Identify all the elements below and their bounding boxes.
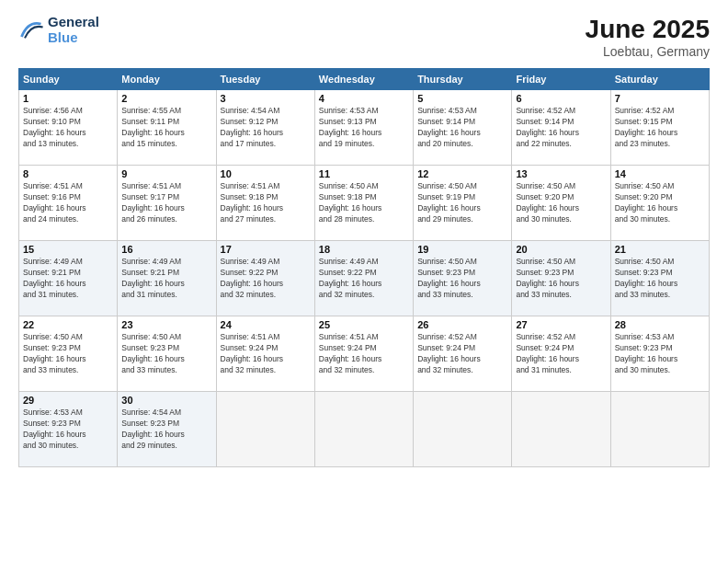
day-27: 27Sunrise: 4:52 AMSunset: 9:24 PMDayligh…	[512, 316, 610, 392]
day-28: 28Sunrise: 4:53 AMSunset: 9:23 PMDayligh…	[610, 316, 709, 392]
day-info: Sunrise: 4:50 AMSunset: 9:23 PMDaylight:…	[516, 257, 606, 301]
day-info: Sunrise: 4:49 AMSunset: 9:21 PMDaylight:…	[23, 257, 113, 301]
day-info: Sunrise: 4:52 AMSunset: 9:15 PMDaylight:…	[615, 106, 705, 150]
header-friday: Friday	[512, 69, 610, 90]
day-number: 1	[23, 93, 113, 104]
day-8: 8Sunrise: 4:51 AMSunset: 9:16 PMDaylight…	[19, 166, 118, 241]
day-19: 19Sunrise: 4:50 AMSunset: 9:23 PMDayligh…	[414, 241, 512, 316]
day-18: 18Sunrise: 4:49 AMSunset: 9:22 PMDayligh…	[314, 241, 413, 316]
day-number: 12	[417, 168, 507, 179]
day-info: Sunrise: 4:50 AMSunset: 9:18 PMDaylight:…	[319, 181, 409, 225]
day-number: 22	[23, 319, 113, 330]
calendar-week-1: 1Sunrise: 4:56 AMSunset: 9:10 PMDaylight…	[19, 90, 710, 166]
day-info: Sunrise: 4:49 AMSunset: 9:22 PMDaylight:…	[221, 257, 311, 301]
day-info: Sunrise: 4:49 AMSunset: 9:22 PMDaylight:…	[319, 257, 409, 301]
day-23: 23Sunrise: 4:50 AMSunset: 9:23 PMDayligh…	[118, 316, 216, 392]
logo-icon	[18, 17, 44, 43]
month-title: June 2025	[586, 15, 710, 44]
day-number: 26	[417, 319, 507, 330]
day-1: 1Sunrise: 4:56 AMSunset: 9:10 PMDaylight…	[19, 90, 118, 166]
logo: General Blue	[18, 15, 99, 45]
day-info: Sunrise: 4:50 AMSunset: 9:23 PMDaylight:…	[417, 257, 507, 301]
day-info: Sunrise: 4:53 AMSunset: 9:13 PMDaylight:…	[319, 106, 409, 150]
day-7: 7Sunrise: 4:52 AMSunset: 9:15 PMDaylight…	[610, 90, 709, 166]
location-subtitle: Loebtau, Germany	[586, 44, 710, 59]
logo-text: General Blue	[48, 15, 99, 45]
day-info: Sunrise: 4:53 AMSunset: 9:14 PMDaylight:…	[417, 106, 507, 150]
day-info: Sunrise: 4:50 AMSunset: 9:23 PMDaylight:…	[121, 332, 211, 376]
day-29: 29Sunrise: 4:53 AMSunset: 9:23 PMDayligh…	[19, 392, 118, 467]
day-17: 17Sunrise: 4:49 AMSunset: 9:22 PMDayligh…	[216, 241, 314, 316]
day-info: Sunrise: 4:52 AMSunset: 9:14 PMDaylight:…	[516, 106, 606, 150]
day-number: 5	[417, 93, 507, 104]
day-4: 4Sunrise: 4:53 AMSunset: 9:13 PMDaylight…	[314, 90, 413, 166]
day-info: Sunrise: 4:51 AMSunset: 9:24 PMDaylight:…	[319, 332, 409, 376]
day-6: 6Sunrise: 4:52 AMSunset: 9:14 PMDaylight…	[512, 90, 610, 166]
day-12: 12Sunrise: 4:50 AMSunset: 9:19 PMDayligh…	[414, 166, 512, 241]
day-empty	[216, 392, 314, 467]
day-info: Sunrise: 4:54 AMSunset: 9:23 PMDaylight:…	[121, 408, 211, 452]
day-empty	[512, 392, 610, 467]
day-number: 2	[121, 93, 211, 104]
day-25: 25Sunrise: 4:51 AMSunset: 9:24 PMDayligh…	[314, 316, 413, 392]
header-wednesday: Wednesday	[314, 69, 413, 90]
day-info: Sunrise: 4:49 AMSunset: 9:21 PMDaylight:…	[121, 257, 211, 301]
day-14: 14Sunrise: 4:50 AMSunset: 9:20 PMDayligh…	[610, 166, 709, 241]
day-number: 18	[319, 244, 409, 255]
day-24: 24Sunrise: 4:51 AMSunset: 9:24 PMDayligh…	[216, 316, 314, 392]
day-22: 22Sunrise: 4:50 AMSunset: 9:23 PMDayligh…	[19, 316, 118, 392]
day-11: 11Sunrise: 4:50 AMSunset: 9:18 PMDayligh…	[314, 166, 413, 241]
header: General Blue June 2025 Loebtau, Germany	[18, 15, 710, 59]
day-info: Sunrise: 4:51 AMSunset: 9:16 PMDaylight:…	[23, 181, 113, 225]
day-9: 9Sunrise: 4:51 AMSunset: 9:17 PMDaylight…	[118, 166, 216, 241]
day-21: 21Sunrise: 4:50 AMSunset: 9:23 PMDayligh…	[610, 241, 709, 316]
day-16: 16Sunrise: 4:49 AMSunset: 9:21 PMDayligh…	[118, 241, 216, 316]
day-number: 13	[516, 168, 606, 179]
day-number: 6	[516, 93, 606, 104]
day-number: 28	[615, 319, 705, 330]
day-number: 30	[121, 395, 211, 406]
day-info: Sunrise: 4:50 AMSunset: 9:19 PMDaylight:…	[417, 181, 507, 225]
day-26: 26Sunrise: 4:52 AMSunset: 9:24 PMDayligh…	[414, 316, 512, 392]
day-number: 19	[417, 244, 507, 255]
day-empty	[414, 392, 512, 467]
day-info: Sunrise: 4:50 AMSunset: 9:20 PMDaylight:…	[615, 181, 705, 225]
day-number: 24	[221, 319, 311, 330]
day-info: Sunrise: 4:52 AMSunset: 9:24 PMDaylight:…	[417, 332, 507, 376]
day-info: Sunrise: 4:51 AMSunset: 9:18 PMDaylight:…	[221, 181, 311, 225]
calendar-table: Sunday Monday Tuesday Wednesday Thursday…	[18, 68, 710, 467]
day-number: 11	[319, 168, 409, 179]
day-info: Sunrise: 4:54 AMSunset: 9:12 PMDaylight:…	[221, 106, 311, 150]
header-saturday: Saturday	[610, 69, 709, 90]
calendar-week-5: 29Sunrise: 4:53 AMSunset: 9:23 PMDayligh…	[19, 392, 710, 467]
day-number: 27	[516, 319, 606, 330]
calendar-week-4: 22Sunrise: 4:50 AMSunset: 9:23 PMDayligh…	[19, 316, 710, 392]
day-empty	[610, 392, 709, 467]
day-2: 2Sunrise: 4:55 AMSunset: 9:11 PMDaylight…	[118, 90, 216, 166]
day-info: Sunrise: 4:50 AMSunset: 9:20 PMDaylight:…	[516, 181, 606, 225]
day-info: Sunrise: 4:51 AMSunset: 9:24 PMDaylight:…	[221, 332, 311, 376]
day-number: 4	[319, 93, 409, 104]
day-empty	[314, 392, 413, 467]
day-info: Sunrise: 4:55 AMSunset: 9:11 PMDaylight:…	[121, 106, 211, 150]
header-monday: Monday	[118, 69, 216, 90]
day-number: 25	[319, 319, 409, 330]
day-30: 30Sunrise: 4:54 AMSunset: 9:23 PMDayligh…	[118, 392, 216, 467]
day-info: Sunrise: 4:53 AMSunset: 9:23 PMDaylight:…	[23, 408, 113, 452]
day-5: 5Sunrise: 4:53 AMSunset: 9:14 PMDaylight…	[414, 90, 512, 166]
day-info: Sunrise: 4:50 AMSunset: 9:23 PMDaylight:…	[615, 257, 705, 301]
day-info: Sunrise: 4:56 AMSunset: 9:10 PMDaylight:…	[23, 106, 113, 150]
day-10: 10Sunrise: 4:51 AMSunset: 9:18 PMDayligh…	[216, 166, 314, 241]
calendar-header-row: Sunday Monday Tuesday Wednesday Thursday…	[19, 69, 710, 90]
header-sunday: Sunday	[19, 69, 118, 90]
calendar-week-2: 8Sunrise: 4:51 AMSunset: 9:16 PMDaylight…	[19, 166, 710, 241]
header-tuesday: Tuesday	[216, 69, 314, 90]
day-3: 3Sunrise: 4:54 AMSunset: 9:12 PMDaylight…	[216, 90, 314, 166]
title-block: June 2025 Loebtau, Germany	[586, 15, 710, 59]
day-number: 16	[121, 244, 211, 255]
day-info: Sunrise: 4:51 AMSunset: 9:17 PMDaylight:…	[121, 181, 211, 225]
day-number: 21	[615, 244, 705, 255]
day-number: 7	[615, 93, 705, 104]
day-info: Sunrise: 4:50 AMSunset: 9:23 PMDaylight:…	[23, 332, 113, 376]
calendar-page: General Blue June 2025 Loebtau, Germany …	[0, 0, 728, 563]
